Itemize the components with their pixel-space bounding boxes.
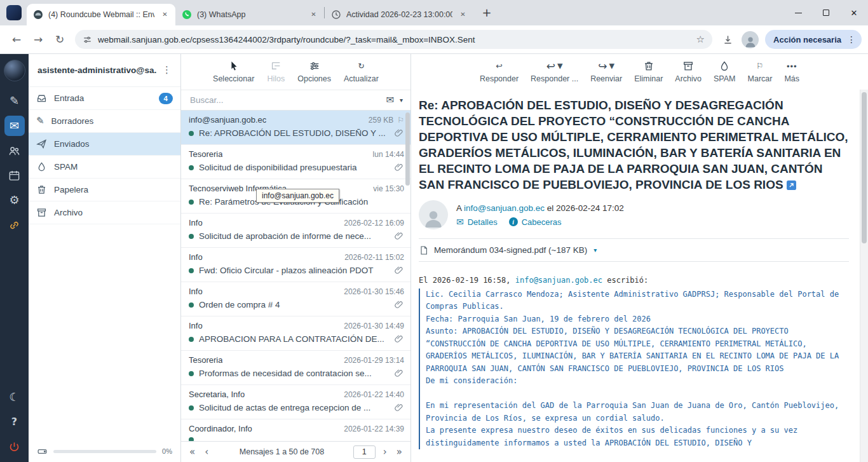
message-subject: Re: APROBACIÓN DEL ESTUDIO, DISEÑO Y ... [199,128,390,138]
url-field[interactable]: webmail.sanjuan.gob.ec/cpsess1364244002/… [75,30,712,49]
subject-text: Re: APROBACIÓN DEL ESTUDIO, DISEÑO Y DES… [419,99,848,191]
message-row[interactable]: Info2026-01-30 14:49 APROBACION PARA LA … [181,316,410,351]
message-row[interactable]: Tesorerialun 14:44 Solicitud de disponib… [181,145,410,179]
search-options-chevron-icon[interactable]: ▾ [400,97,403,104]
back-button[interactable]: ← [6,29,27,50]
message-row[interactable]: Coordinador, Info2026-01-22 14:39 [181,419,410,441]
power-icon [8,441,20,453]
sender-tooltip: info@sanjuan.gob.ec [256,189,339,203]
message-row[interactable]: Secretaria, Info2026-01-22 14:40 Solicit… [181,385,410,419]
message-sender: info@sanjuan.gob.ec [189,115,266,125]
browser-avatar[interactable] [742,31,759,48]
close-icon[interactable]: ✕ [458,10,468,20]
options-button[interactable]: Opciones [297,60,331,83]
next-page-button[interactable]: › [381,447,389,457]
folder-papelera[interactable]: Papelera [29,179,180,201]
list-scrollbar[interactable] [405,112,410,186]
link-nav-button[interactable] [4,215,25,235]
message-sender: Secretaria, Info [189,390,245,399]
message-row[interactable]: Info2026-01-30 15:46 Orden de compra # 4 [181,282,410,316]
tab-whatsapp[interactable]: (3) WhatsApp ✕ [175,4,324,25]
close-icon[interactable]: ✕ [308,10,319,20]
spam-button[interactable]: SPAM [714,60,736,83]
search-input[interactable] [190,95,380,105]
cursor-icon [228,60,240,72]
unread-badge: 4 [159,93,173,104]
archive-icon [682,60,694,72]
action-needed-button[interactable]: Acción necesaria ⋮ [765,30,862,49]
forward-button[interactable]: → [28,29,48,50]
threads-button[interactable]: Hilos [267,60,285,83]
calendar-nav-button[interactable] [4,165,25,186]
unread-dot [189,165,194,170]
browser-menu-icon[interactable]: ⋮ [844,32,859,47]
message-scrollbar-track[interactable] [860,90,868,462]
chevron-down-icon[interactable]: ▾ [557,60,563,71]
external-link-icon[interactable] [787,180,796,190]
first-page-button[interactable]: « [187,447,197,457]
select-button[interactable]: Seleccionar [213,60,254,83]
quote-author-link[interactable]: info@sanjuan.gob.ec [515,276,602,285]
prev-page-button[interactable]: ‹ [203,447,210,457]
delete-button[interactable]: Eliminar [634,60,663,83]
refresh-list-button[interactable]: ↻ Actualizar [344,60,379,83]
mark-label: Marcar [748,74,773,83]
last-page-button[interactable]: » [395,447,404,457]
message-row[interactable]: info@sanjuan.gob.ec 259 KB⚐ Re: APROBACI… [181,111,410,145]
more-button[interactable]: ••• Más [784,60,799,83]
compose-button[interactable]: ✎ [4,91,25,111]
account-menu-icon[interactable]: ⋮ [157,63,177,78]
folder-enviados[interactable]: Enviados [29,133,180,156]
details-toggle[interactable]: ✉Detalles [456,217,498,227]
url-text: webmail.sanjuan.gob.ec/cpsess1364244002/… [98,35,691,44]
logout-button[interactable] [4,437,25,457]
help-button[interactable]: ? [4,412,25,432]
screen: (4) Roundcube Webmail :: Envia ✕ (3) Wha… [0,0,868,462]
recipient-email-link[interactable]: info@sanjuan.gob.ec [464,203,545,213]
chevron-down-icon[interactable]: ▾ [609,60,615,71]
search-scope-mail-icon[interactable]: ✉ [386,95,394,105]
message-scrollbar-thumb[interactable] [862,92,867,243]
page-input[interactable] [353,445,376,459]
browser-profile-icon[interactable] [6,5,22,20]
close-icon[interactable]: ✕ [159,10,170,20]
reply-all-label: Responder ... [531,74,578,83]
archive-button[interactable]: Archivo [675,60,702,83]
minimize-button[interactable] [784,1,812,25]
mark-button[interactable]: ⚐ Marcar [748,60,773,83]
folder-spam[interactable]: SPAM [29,156,180,179]
folder-archivo[interactable]: Archivo [29,201,180,224]
attachment-menu-chevron-icon[interactable]: ▾ [593,247,597,254]
dark-mode-button[interactable]: ☾ [4,387,25,407]
folder-label: Archivo [54,208,83,217]
attachment-link[interactable]: Memorándum 034-signed.pdf (~187 KB) [434,245,587,255]
message-date: 2026-01-29 13:14 [344,356,404,365]
site-info-icon[interactable] [83,35,92,44]
message-row[interactable]: Info2026-02-11 15:02 Fwd: Oficio Circula… [181,248,410,282]
message-row[interactable]: Info2026-02-12 16:09 Solicitud de aproba… [181,214,410,248]
headers-label: Cabeceras [522,217,562,227]
maximize-button[interactable] [812,1,840,25]
new-tab-button[interactable]: + [478,4,495,21]
downloads-button[interactable] [717,29,738,50]
quote-intro-date: El 2026-02-19 16:58, [419,276,511,285]
folder-borradores[interactable]: ✎ Borradores [29,110,180,133]
threads-icon [270,60,281,72]
headers-toggle[interactable]: iCabeceras [509,217,562,227]
forward-button[interactable]: ↪▾ Reenviar [590,60,622,83]
tab-actividad[interactable]: Actividad 2026-02-23 13:00:00 ✕ [325,4,473,25]
settings-nav-button[interactable]: ⚙ [4,190,25,210]
reply-button[interactable]: ↩ Responder [480,60,519,83]
unread-dot [189,234,194,239]
mail-nav-button[interactable]: ✉ [4,116,25,136]
flag-icon: ⚐ [397,116,404,124]
reply-all-button[interactable]: ↩▾ Responder ... [531,60,578,83]
refresh-button[interactable]: ↻ [50,29,70,50]
window-close-button[interactable]: ✕ [840,1,868,25]
paperclip-icon [395,266,404,275]
tab-roundcube[interactable]: (4) Roundcube Webmail :: Envia ✕ [27,4,175,25]
contacts-nav-button[interactable] [4,140,25,161]
message-row[interactable]: Tesoreria2026-01-29 13:14 Proformas de n… [181,351,410,385]
folder-entrada[interactable]: Entrada 4 [29,87,180,110]
bookmark-star-icon[interactable]: ☆ [696,35,705,44]
